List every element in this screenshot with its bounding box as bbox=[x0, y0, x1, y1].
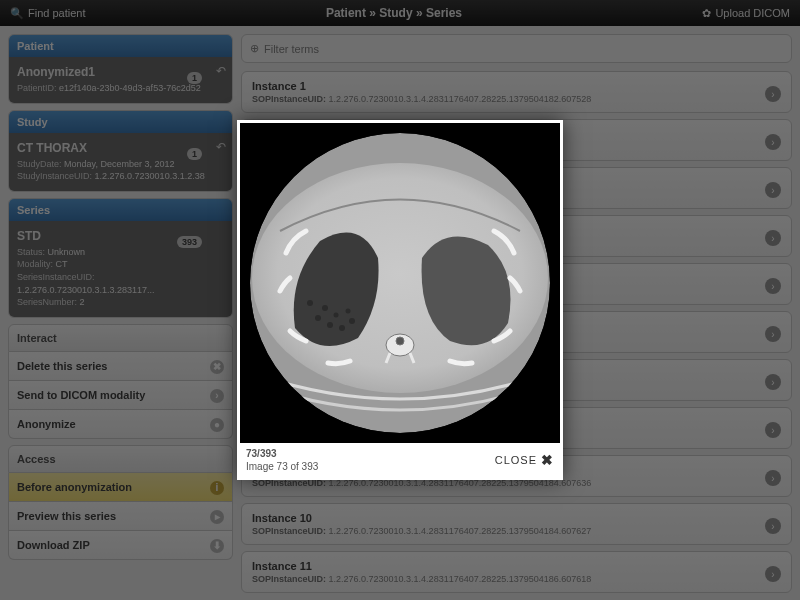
svg-point-4 bbox=[315, 315, 321, 321]
image-viewer-lightbox: 73/393 Image 73 of 393 CLOSE✖ bbox=[237, 120, 563, 480]
dicom-image[interactable] bbox=[240, 123, 560, 443]
image-counter: 73/393 bbox=[246, 447, 318, 460]
svg-point-10 bbox=[334, 313, 339, 318]
svg-point-5 bbox=[327, 322, 333, 328]
svg-point-11 bbox=[346, 309, 351, 314]
image-caption: Image 73 of 393 bbox=[246, 460, 318, 473]
close-button[interactable]: CLOSE✖ bbox=[495, 452, 554, 468]
svg-point-9 bbox=[349, 318, 355, 324]
svg-point-6 bbox=[339, 325, 345, 331]
close-icon: ✖ bbox=[541, 452, 554, 468]
svg-point-8 bbox=[322, 305, 328, 311]
image-viewer-overlay[interactable]: 73/393 Image 73 of 393 CLOSE✖ bbox=[0, 0, 800, 600]
svg-point-7 bbox=[307, 300, 313, 306]
svg-point-13 bbox=[396, 337, 404, 345]
